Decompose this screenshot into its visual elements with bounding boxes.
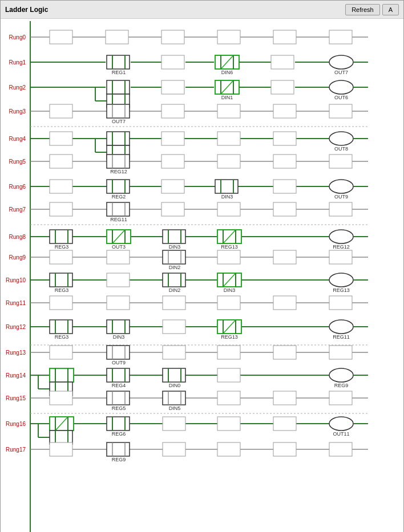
svg-rect-181 bbox=[217, 296, 240, 310]
svg-rect-64 bbox=[329, 104, 352, 118]
svg-rect-190 bbox=[107, 320, 130, 334]
svg-rect-178 bbox=[50, 296, 72, 310]
svg-text:OUT7: OUT7 bbox=[112, 119, 126, 124]
svg-rect-125 bbox=[50, 230, 72, 243]
svg-rect-4 bbox=[106, 30, 128, 44]
svg-rect-211 bbox=[163, 346, 185, 359]
svg-rect-49 bbox=[271, 80, 294, 94]
svg-rect-106 bbox=[161, 180, 184, 193]
svg-text:REG3: REG3 bbox=[55, 287, 69, 293]
svg-rect-206 bbox=[50, 346, 72, 359]
svg-rect-56 bbox=[50, 104, 72, 118]
svg-text:REG13: REG13 bbox=[333, 287, 350, 293]
svg-text:Rung2: Rung2 bbox=[9, 84, 26, 91]
svg-rect-86 bbox=[50, 155, 72, 168]
svg-text:Rung9: Rung9 bbox=[9, 254, 26, 261]
svg-point-81 bbox=[329, 132, 353, 145]
svg-rect-284 bbox=[217, 442, 240, 456]
svg-text:REG3: REG3 bbox=[55, 334, 69, 340]
svg-rect-179 bbox=[107, 296, 130, 310]
svg-rect-234 bbox=[217, 368, 240, 382]
svg-text:REG5: REG5 bbox=[112, 405, 126, 411]
svg-rect-241 bbox=[107, 391, 130, 405]
svg-text:OUT6: OUT6 bbox=[334, 95, 348, 100]
svg-rect-98 bbox=[107, 180, 130, 193]
svg-rect-214 bbox=[329, 346, 352, 359]
svg-text:DIN3: DIN3 bbox=[169, 244, 181, 250]
svg-rect-159 bbox=[50, 273, 72, 287]
refresh-button[interactable]: Refresh bbox=[345, 4, 380, 15]
svg-rect-114 bbox=[107, 202, 130, 216]
svg-text:OUT8: OUT8 bbox=[334, 146, 348, 152]
svg-rect-156 bbox=[329, 250, 352, 264]
svg-rect-69 bbox=[107, 132, 130, 145]
svg-text:DIN2: DIN2 bbox=[169, 265, 181, 270]
toolbar-buttons: Refresh A bbox=[345, 4, 399, 15]
svg-rect-41 bbox=[161, 80, 184, 94]
svg-point-235 bbox=[329, 368, 353, 382]
svg-rect-265 bbox=[107, 417, 130, 431]
svg-rect-8 bbox=[329, 30, 352, 44]
svg-rect-5 bbox=[161, 30, 184, 44]
svg-text:Rung15: Rung15 bbox=[6, 395, 26, 401]
svg-rect-68 bbox=[50, 132, 72, 145]
svg-text:DIN1: DIN1 bbox=[221, 95, 233, 100]
svg-rect-154 bbox=[217, 250, 240, 264]
svg-text:REG11: REG11 bbox=[333, 334, 350, 340]
svg-rect-230 bbox=[163, 368, 185, 382]
svg-rect-278 bbox=[50, 442, 72, 456]
svg-rect-97 bbox=[50, 180, 72, 193]
svg-rect-11 bbox=[107, 55, 130, 69]
svg-point-273 bbox=[329, 417, 353, 431]
svg-rect-217 bbox=[50, 368, 74, 382]
svg-rect-150 bbox=[163, 250, 185, 264]
svg-rect-249 bbox=[217, 391, 240, 405]
svg-point-26 bbox=[329, 55, 353, 69]
svg-rect-31 bbox=[107, 80, 130, 94]
svg-text:Rung17: Rung17 bbox=[6, 446, 26, 453]
svg-rect-271 bbox=[217, 417, 240, 431]
svg-text:REG1: REG1 bbox=[112, 70, 126, 75]
svg-rect-182 bbox=[273, 296, 296, 310]
svg-rect-183 bbox=[329, 296, 352, 310]
svg-rect-134 bbox=[163, 230, 185, 243]
svg-text:Rung12: Rung12 bbox=[6, 324, 26, 330]
svg-text:Rung6: Rung6 bbox=[9, 184, 26, 190]
svg-text:Rung13: Rung13 bbox=[6, 350, 26, 356]
svg-text:Rung4: Rung4 bbox=[9, 136, 26, 142]
svg-rect-213 bbox=[273, 346, 296, 359]
svg-text:Rung3: Rung3 bbox=[9, 108, 26, 115]
svg-rect-180 bbox=[163, 296, 185, 310]
svg-rect-16 bbox=[161, 55, 184, 69]
svg-rect-63 bbox=[273, 104, 296, 118]
svg-rect-79 bbox=[217, 132, 240, 145]
svg-rect-279 bbox=[107, 442, 130, 456]
svg-rect-91 bbox=[161, 155, 184, 168]
svg-point-173 bbox=[329, 273, 353, 287]
svg-rect-93 bbox=[273, 155, 296, 168]
title-bar: Ladder Logic Refresh A bbox=[1, 1, 403, 19]
svg-rect-226 bbox=[107, 368, 130, 382]
svg-text:DIN2: DIN2 bbox=[169, 287, 181, 293]
svg-rect-57 bbox=[107, 104, 130, 118]
svg-rect-245 bbox=[163, 391, 185, 405]
svg-text:REG9: REG9 bbox=[334, 383, 349, 388]
svg-text:OUT11: OUT11 bbox=[333, 431, 349, 437]
svg-rect-251 bbox=[329, 391, 352, 405]
ladder-diagram: .rung-label { font-size: 10px; fill: #cc… bbox=[3, 21, 379, 532]
svg-rect-194 bbox=[163, 320, 185, 334]
add-button[interactable]: A bbox=[382, 4, 399, 15]
svg-text:OUT3: OUT3 bbox=[112, 244, 126, 250]
svg-text:Rung10: Rung10 bbox=[6, 277, 26, 283]
svg-rect-102 bbox=[215, 180, 238, 193]
svg-rect-24 bbox=[271, 55, 294, 69]
svg-text:REG12: REG12 bbox=[333, 244, 350, 250]
svg-text:DIN5: DIN5 bbox=[169, 405, 181, 411]
svg-point-143 bbox=[329, 230, 353, 243]
svg-rect-6 bbox=[217, 30, 240, 44]
svg-rect-7 bbox=[273, 30, 296, 44]
svg-text:Rung7: Rung7 bbox=[9, 206, 26, 213]
svg-text:REG2: REG2 bbox=[112, 194, 126, 200]
svg-rect-3 bbox=[50, 30, 72, 44]
svg-rect-283 bbox=[163, 442, 185, 456]
